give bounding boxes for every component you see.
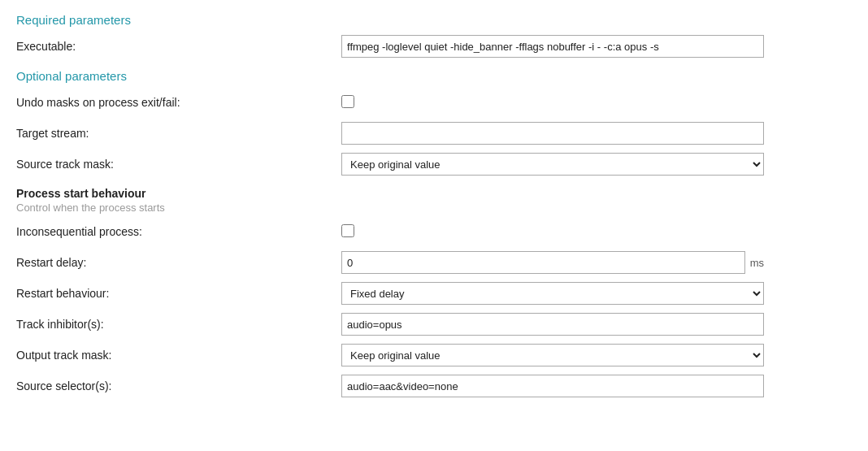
undo-masks-label: Undo masks on process exit/fail: [16, 96, 341, 109]
executable-input-wrapper [341, 35, 764, 58]
optional-parameters-title: Optional parameters [16, 69, 852, 83]
track-inhibitors-input[interactable] [341, 313, 764, 336]
restart-delay-unit: ms [750, 257, 764, 269]
restart-behaviour-select[interactable]: Fixed delay Option 2 Option 3 [341, 282, 764, 305]
required-parameters-section: Required parameters Executable: [16, 13, 852, 58]
inconsequential-label: Inconsequential process: [16, 225, 341, 238]
process-start-section: Process start behaviour Control when the… [16, 187, 852, 336]
restart-behaviour-row: Restart behaviour: Fixed delay Option 2 … [16, 282, 852, 305]
undo-masks-checkbox[interactable] [341, 95, 354, 108]
output-track-mask-select[interactable]: Keep original value Option 2 Option 3 [341, 344, 764, 366]
output-section: Output track mask: Keep original value O… [16, 344, 852, 397]
executable-row: Executable: [16, 35, 852, 58]
target-stream-input[interactable] [341, 122, 764, 145]
inconsequential-row: Inconsequential process: [16, 220, 852, 243]
executable-input[interactable] [341, 35, 764, 58]
source-selectors-input-wrapper [341, 375, 764, 397]
undo-masks-row: Undo masks on process exit/fail: [16, 91, 852, 114]
target-stream-label: Target stream: [16, 127, 341, 140]
restart-delay-group: ms [341, 251, 764, 274]
source-track-mask-label: Source track mask: [16, 158, 341, 171]
restart-behaviour-select-wrapper: Fixed delay Option 2 Option 3 [341, 282, 764, 305]
restart-behaviour-label: Restart behaviour: [16, 287, 341, 300]
restart-delay-input[interactable] [341, 251, 745, 274]
source-track-mask-select-wrapper: Keep original value Option 2 Option 3 [341, 153, 764, 176]
output-track-mask-select-wrapper: Keep original value Option 2 Option 3 [341, 344, 764, 366]
source-selectors-row: Source selector(s): [16, 375, 852, 397]
undo-masks-checkbox-wrapper [341, 95, 764, 111]
track-inhibitors-label: Track inhibitor(s): [16, 318, 341, 331]
required-parameters-title: Required parameters [16, 13, 852, 27]
optional-parameters-section: Optional parameters Undo masks on proces… [16, 69, 852, 176]
track-inhibitors-row: Track inhibitor(s): [16, 313, 852, 336]
source-selectors-input[interactable] [341, 375, 764, 397]
inconsequential-checkbox-wrapper [341, 224, 764, 240]
target-stream-input-wrapper [341, 122, 764, 145]
target-stream-row: Target stream: [16, 122, 852, 145]
source-track-mask-select[interactable]: Keep original value Option 2 Option 3 [341, 153, 764, 176]
output-track-mask-row: Output track mask: Keep original value O… [16, 344, 852, 366]
output-track-mask-label: Output track mask: [16, 349, 341, 362]
restart-delay-row: Restart delay: ms [16, 251, 852, 274]
process-start-title: Process start behaviour [16, 187, 852, 200]
source-track-mask-row: Source track mask: Keep original value O… [16, 153, 852, 176]
inconsequential-checkbox[interactable] [341, 224, 354, 237]
source-selectors-label: Source selector(s): [16, 379, 341, 392]
track-inhibitors-input-wrapper [341, 313, 764, 336]
process-start-description: Control when the process starts [16, 202, 852, 214]
executable-label: Executable: [16, 40, 341, 53]
restart-delay-label: Restart delay: [16, 256, 341, 269]
restart-delay-input-wrapper: ms [341, 251, 764, 274]
